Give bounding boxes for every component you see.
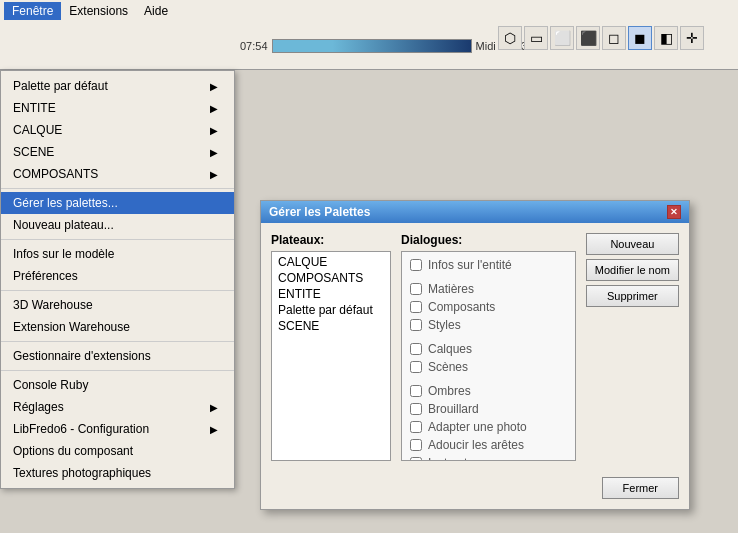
menu-item-calque[interactable]: CALQUE ▶	[1, 119, 234, 141]
nouveau-button[interactable]: Nouveau	[586, 233, 679, 255]
dialogue-item-composants: Composants	[406, 298, 571, 316]
menu-item-infos-modele[interactable]: Infos sur le modèle	[1, 243, 234, 265]
checkbox-matieres[interactable]	[410, 283, 422, 295]
arrow-icon: ▶	[210, 424, 218, 435]
icon-back[interactable]: ◻	[602, 26, 626, 50]
menu-item-libfredo6[interactable]: LibFredo6 - Configuration ▶	[1, 418, 234, 440]
menu-item-gerer-palettes[interactable]: Gérer les palettes...	[1, 192, 234, 214]
checkbox-infos[interactable]	[410, 259, 422, 271]
menu-item-composants[interactable]: COMPOSANTS ▶	[1, 163, 234, 185]
menu-item-textures-photo[interactable]: Textures photographiques	[1, 462, 234, 484]
dialog-titlebar: Gérer les Palettes ✕	[261, 201, 689, 223]
menu-item-scene[interactable]: SCENE ▶	[1, 141, 234, 163]
separator-4	[1, 341, 234, 342]
menu-item-entite[interactable]: ENTITE ▶	[1, 97, 234, 119]
list-item[interactable]: SCENE	[274, 318, 388, 334]
time-bar	[272, 39, 472, 53]
list-item[interactable]: CALQUE	[274, 254, 388, 270]
dialogues-list: Infos sur l'entité Matières Composants S…	[401, 251, 576, 461]
menu-item-preferences[interactable]: Préférences	[1, 265, 234, 287]
list-item[interactable]: Palette par défaut	[274, 302, 388, 318]
separator-1	[1, 188, 234, 189]
fermer-button[interactable]: Fermer	[602, 477, 679, 499]
icon-left[interactable]: ◧	[654, 26, 678, 50]
menu-item-gestionnaire[interactable]: Gestionnaire d'extensions	[1, 345, 234, 367]
dialog-close-button[interactable]: ✕	[667, 205, 681, 219]
dialog-footer: Fermer	[261, 471, 689, 509]
plateaux-label: Plateaux:	[271, 233, 391, 247]
plateaux-section: Plateaux: CALQUE COMPOSANTS ENTITE Palet…	[271, 233, 391, 461]
icon-parallel[interactable]: ▭	[524, 26, 548, 50]
time-mid: Midi	[476, 40, 496, 52]
checkbox-calques[interactable]	[410, 343, 422, 355]
checkbox-ombres[interactable]	[410, 385, 422, 397]
checkbox-adapter-photo[interactable]	[410, 421, 422, 433]
arrow-icon: ▶	[210, 402, 218, 413]
menu-item-options-composant[interactable]: Options du composant	[1, 440, 234, 462]
arrow-icon: ▶	[210, 169, 218, 180]
menu-item-3d-warehouse[interactable]: 3D Warehouse	[1, 294, 234, 316]
plateaux-list[interactable]: CALQUE COMPOSANTS ENTITE Palette par déf…	[271, 251, 391, 461]
icon-compass[interactable]: ✛	[680, 26, 704, 50]
dialogues-section: Dialogues: Infos sur l'entité Matières C…	[401, 233, 576, 461]
buttons-section: Nouveau Modifier le nom Supprimer	[586, 233, 679, 461]
gerer-palettes-dialog: Gérer les Palettes ✕ Plateaux: CALQUE CO…	[260, 200, 690, 510]
dialogue-item-scenes: Scènes	[406, 358, 571, 376]
dialogue-item-adoucir: Adoucir les arêtes	[406, 436, 571, 454]
dialog-title: Gérer les Palettes	[269, 205, 370, 219]
menu-fenetre[interactable]: Fenêtre	[4, 2, 61, 20]
toolbar-row: 07:54 Midi 17:13 ⬡ ▭ ⬜ ⬛ ◻ ◼ ◧ ✛	[0, 22, 738, 69]
separator-3	[1, 290, 234, 291]
separator-5	[1, 370, 234, 371]
toolbar-icons-group: ⬡ ▭ ⬜ ⬛ ◻ ◼ ◧ ✛	[494, 26, 708, 50]
icon-front[interactable]: ⬛	[576, 26, 600, 50]
supprimer-button[interactable]: Supprimer	[586, 285, 679, 307]
modifier-button[interactable]: Modifier le nom	[586, 259, 679, 281]
menu-item-console-ruby[interactable]: Console Ruby	[1, 374, 234, 396]
checkbox-brouillard[interactable]	[410, 403, 422, 415]
menu-item-palette-defaut[interactable]: Palette par défaut ▶	[1, 75, 234, 97]
main-area: Palette par défaut ▶ ENTITE ▶ CALQUE ▶ S…	[0, 70, 738, 533]
icon-right[interactable]: ◼	[628, 26, 652, 50]
menu-item-extension-warehouse[interactable]: Extension Warehouse	[1, 316, 234, 338]
separator-2	[1, 239, 234, 240]
dialogue-item-matieres: Matières	[406, 280, 571, 298]
checkbox-adoucir[interactable]	[410, 439, 422, 451]
arrow-icon: ▶	[210, 103, 218, 114]
dialogue-item-styles: Styles	[406, 316, 571, 334]
menu-item-nouveau-plateau[interactable]: Nouveau plateau...	[1, 214, 234, 236]
time-start: 07:54	[240, 40, 268, 52]
arrow-icon: ▶	[210, 147, 218, 158]
dialogue-item-infos: Infos sur l'entité	[406, 256, 571, 274]
dialogue-item-calques: Calques	[406, 340, 571, 358]
icon-perspective[interactable]: ⬡	[498, 26, 522, 50]
menu-item-reglages[interactable]: Réglages ▶	[1, 396, 234, 418]
checkbox-scenes[interactable]	[410, 361, 422, 373]
dialog-body: Plateaux: CALQUE COMPOSANTS ENTITE Palet…	[261, 223, 689, 471]
menubar: Fenêtre Extensions Aide	[0, 0, 738, 22]
list-item[interactable]: COMPOSANTS	[274, 270, 388, 286]
dialogue-item-adapter-photo: Adapter une photo	[406, 418, 571, 436]
arrow-icon: ▶	[210, 125, 218, 136]
menu-aide[interactable]: Aide	[136, 2, 176, 20]
arrow-icon: ▶	[210, 81, 218, 92]
toolbar-area: Fenêtre Extensions Aide 07:54 Midi 17:13…	[0, 0, 738, 70]
dialogues-label: Dialogues:	[401, 233, 576, 247]
list-item[interactable]: ENTITE	[274, 286, 388, 302]
menu-extensions[interactable]: Extensions	[61, 2, 136, 20]
dialogue-item-instructeur: Instructeur	[406, 454, 571, 461]
dialogue-item-brouillard: Brouillard	[406, 400, 571, 418]
dropdown-menu: Palette par défaut ▶ ENTITE ▶ CALQUE ▶ S…	[0, 70, 235, 489]
icon-top[interactable]: ⬜	[550, 26, 574, 50]
checkbox-composants[interactable]	[410, 301, 422, 313]
dialogue-item-ombres: Ombres	[406, 382, 571, 400]
time-area: 07:54 Midi 17:13	[240, 22, 527, 70]
checkbox-instructeur[interactable]	[410, 457, 422, 461]
checkbox-styles[interactable]	[410, 319, 422, 331]
